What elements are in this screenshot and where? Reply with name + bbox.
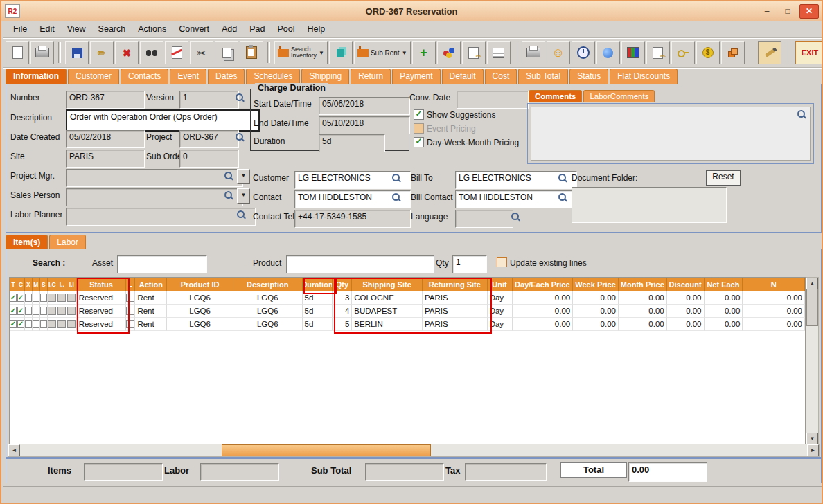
copy-button[interactable] [215,41,238,64]
row-checkbox-l[interactable] [126,320,134,328]
returning-site-cell[interactable]: PARIS [423,305,488,318]
row-checkbox-c[interactable]: ✓ [17,320,24,328]
unit-cell[interactable]: Day [488,291,513,305]
project-search-icon[interactable] [235,132,245,142]
header-product-id[interactable]: Product ID [167,278,233,291]
packages-button[interactable] [721,41,745,64]
duration-cell[interactable]: 5d [303,318,333,331]
sub-orders-field[interactable]: 0 [179,150,239,168]
comments-search-icon[interactable] [797,109,806,119]
row-checkbox-x[interactable] [25,320,32,328]
horizontal-scroll-thumb[interactable] [222,444,431,456]
product-id-cell[interactable]: LGQ6 [167,305,233,318]
week-price-cell[interactable]: 0.00 [573,318,619,331]
number-field[interactable]: ORD-367 [66,91,145,109]
menu-item-add[interactable]: Add [215,22,243,36]
shipping-site-cell[interactable]: BUDAPEST [352,305,423,318]
total-value-field[interactable]: 0.00 [628,462,707,482]
header-c[interactable]: C [17,278,25,291]
maximize-button[interactable]: □ [779,5,797,18]
qty-cell[interactable]: 3 [333,291,352,305]
start-date-field[interactable]: 05/06/2018 [319,97,410,115]
version-field[interactable]: 1 [179,91,239,109]
tab-shipping[interactable]: Shipping [301,69,349,84]
header-l[interactable]: L [126,278,135,291]
sub-rent-button[interactable]: Sub Rent ▼ [354,41,411,64]
tab-contacts[interactable]: Contacts [121,69,168,84]
description-cell[interactable]: LGQ6 [233,291,303,305]
conv-date-field[interactable] [457,91,529,109]
returning-site-cell[interactable]: PARIS [423,291,488,305]
header-t[interactable]: T [10,278,17,291]
tab-items[interactable]: Item(s) [6,235,48,250]
day-each-price-cell[interactable]: 0.00 [513,305,574,318]
row-checkbox-x[interactable] [25,307,32,315]
menu-item-pool[interactable]: Pool [272,22,301,36]
tab-information[interactable]: Information [6,69,67,84]
tab-dates[interactable]: Dates [208,69,245,84]
row-checkbox-m[interactable] [33,294,39,302]
row-checkbox-s[interactable] [40,307,47,315]
header-week-price[interactable]: Week Price [573,278,619,291]
notes-button[interactable] [646,41,670,64]
row-checkbox-m[interactable] [33,307,39,315]
shipping-site-cell[interactable]: COLOGNE [352,291,423,305]
save-button[interactable] [65,41,89,64]
report-print-button[interactable] [522,41,545,64]
tax-field[interactable] [465,463,547,481]
duration-field[interactable]: 5d [319,134,385,152]
menu-item-help[interactable]: Help [301,22,332,36]
unit-cell[interactable]: Day [488,305,513,318]
bill-to-search-icon[interactable] [558,173,567,183]
row-checkbox-ic[interactable] [48,307,56,315]
row-checkbox-i2[interactable] [57,320,66,328]
status-cell[interactable]: Reserved [77,318,127,331]
net-each-cell[interactable]: 0.00 [705,318,743,331]
sales-person-field[interactable] [66,188,243,206]
scroll-up-button[interactable]: ▲ [806,278,818,289]
header-day-each-price[interactable]: Day/Each Price [513,278,574,291]
tab-customer[interactable]: Customer [68,69,119,84]
cut-line-button[interactable] [165,41,188,64]
end-date-field[interactable]: 05/10/2018 [319,116,410,134]
unit-cell[interactable]: Day [488,318,513,331]
library-button[interactable] [621,41,645,64]
status-cell[interactable]: Reserved [77,291,127,305]
day-each-price-cell[interactable]: 0.00 [513,318,574,331]
tab-sub-total[interactable]: Sub Total [518,69,568,84]
language-field[interactable] [455,210,513,228]
header-i3[interactable]: I.I [67,278,77,291]
chevron-down-icon[interactable]: ▼ [319,50,324,56]
qty-cell[interactable]: 4 [333,305,352,318]
version-search-icon[interactable] [235,93,245,102]
tab-flat-discounts[interactable]: Flat Discounts [610,69,678,84]
highlight-tool-button[interactable] [758,41,781,64]
tab-labor-comments[interactable]: LaborComments [583,90,655,102]
header-net-each[interactable]: Net Each [705,278,743,291]
row-checkbox-s[interactable] [40,294,47,302]
labor-planner-field[interactable] [66,208,256,226]
duration-cell[interactable]: 5d [303,305,333,318]
paste-button[interactable] [240,41,263,64]
resources-button[interactable] [437,41,461,64]
project-mgr-dropdown-button[interactable]: ▼ [237,169,250,184]
status-cell[interactable]: Reserved [77,305,127,318]
header-action[interactable]: Action [135,278,167,291]
header-duration[interactable]: Duration [303,278,333,291]
delete-button[interactable]: ✖ [115,41,139,64]
discount-cell[interactable]: 0.00 [667,305,705,318]
menu-item-pad[interactable]: Pad [243,22,271,36]
scroll-down-button[interactable]: ▼ [806,433,818,444]
tab-payment[interactable]: Payment [392,69,440,84]
sales-person-dropdown-button[interactable]: ▼ [237,188,250,204]
exit-button[interactable]: EXIT [795,41,823,64]
header-i2[interactable]: I.. [57,278,67,291]
table-row[interactable]: ✓ ✓ Reserved Rent LGQ6 LGQ6 5d 4 BUDAPES… [10,305,805,318]
day-each-price-cell[interactable]: 0.00 [513,291,574,305]
header-x[interactable]: X [25,278,33,291]
row-checkbox-x[interactable] [25,294,32,302]
site-field[interactable]: PARIS [66,150,145,168]
tab-return[interactable]: Return [351,69,391,84]
row-checkbox-c[interactable]: ✓ [17,307,24,315]
project-field[interactable]: ORD-367 [179,130,239,148]
